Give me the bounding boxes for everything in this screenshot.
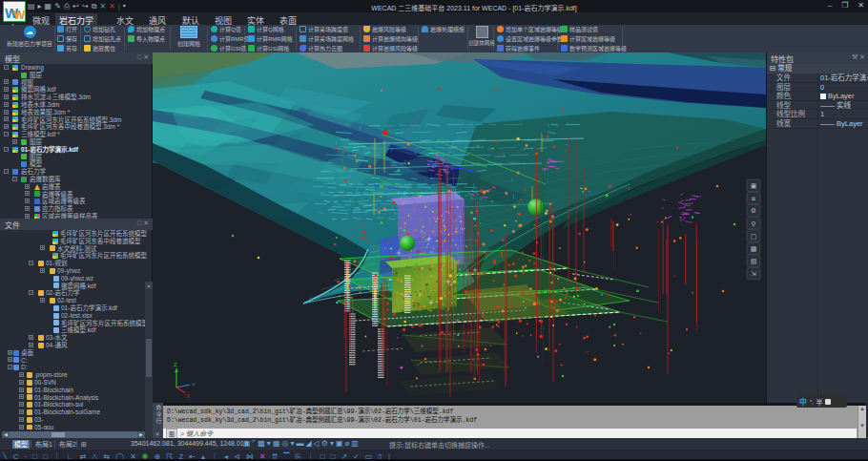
svg-text:⇲: ⇲ bbox=[751, 270, 756, 277]
svg-text:X: X bbox=[186, 393, 190, 399]
svg-text:▩: ▩ bbox=[751, 245, 757, 252]
svg-text:Y: Y bbox=[192, 382, 196, 388]
svg-text:▣: ▣ bbox=[751, 182, 757, 189]
svg-text:⚲: ⚲ bbox=[751, 220, 755, 227]
svg-text:⧈: ⧈ bbox=[752, 195, 755, 201]
svg-text:▧: ▧ bbox=[751, 258, 757, 264]
svg-text:⚙: ⚙ bbox=[751, 207, 756, 214]
svg-text:Z: Z bbox=[174, 362, 177, 367]
svg-text:▢: ▢ bbox=[751, 233, 757, 240]
